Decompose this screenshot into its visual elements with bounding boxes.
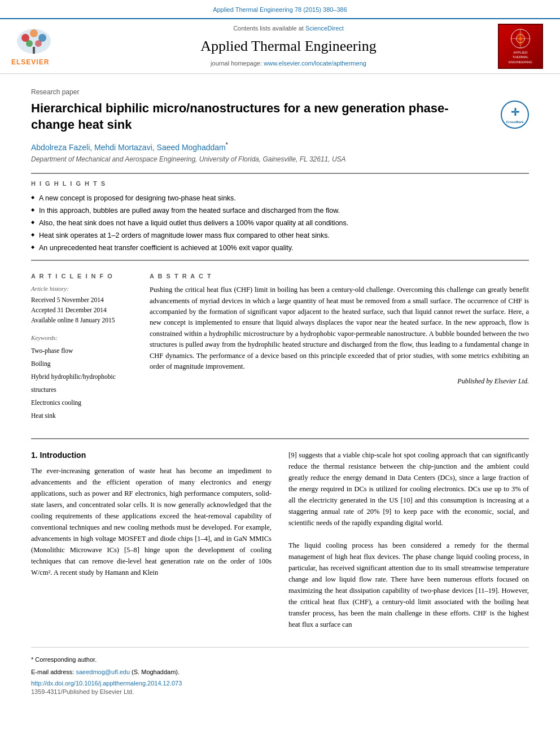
accepted-date: Accepted 31 December 2014 (31, 305, 138, 316)
badge-line1: APPLIED (509, 50, 532, 55)
keyword: Electronics cooling (31, 396, 138, 409)
article-info-label: A R T I C L E I N F O (31, 272, 138, 281)
section-divider-2 (31, 260, 529, 261)
journal-title: Applied Thermal Engineering (85, 36, 492, 57)
intro-text-right: [9] suggests that a viable chip-scale ho… (288, 449, 529, 630)
main-content: Research paper Hierarchical biphilic mic… (0, 74, 560, 708)
intro-heading: 1. Introduction (31, 449, 272, 461)
email-note: E-mail address: saeedmog@ufl.edu (S. Mog… (31, 668, 529, 677)
elsevier-tree-icon (11, 25, 56, 56)
highlight-item: In this approach, bubbles are pulled awa… (31, 204, 529, 217)
article-info-col: A R T I C L E I N F O Article history: R… (31, 267, 138, 427)
svg-point-6 (35, 40, 42, 47)
svg-point-5 (26, 40, 33, 47)
homepage-text: journal homepage: (211, 60, 262, 67)
article-abstract-section: A R T I C L E I N F O Article history: R… (31, 267, 529, 427)
authors: Abdolreza Fazeli, Mehdi Mortazavi, Saeed… (31, 141, 529, 153)
keyword: Two-phase flow (31, 344, 138, 357)
sciencedirect-link[interactable]: ScienceDirect (305, 25, 344, 32)
body-divider (31, 438, 529, 439)
intro-col-right: [9] suggests that a viable chip-scale ho… (288, 449, 529, 630)
homepage-link[interactable]: www.elsevier.com/locate/apthermeng (264, 60, 366, 67)
highlights-label: H I G H L I G H T S (31, 180, 529, 189)
keyword: Heat sink (31, 409, 138, 422)
highlights-list: A new concept is proposed for designing … (31, 192, 529, 255)
introduction-section: 1. Introduction The ever-increasing gene… (31, 449, 529, 630)
badge-line3: ENGINEERING (509, 60, 532, 64)
abstract-label: A B S T R A C T (150, 272, 529, 281)
article-history-title: Article history: (31, 285, 138, 294)
section-divider (31, 173, 529, 174)
paper-title: Hierarchical biphilic micro/nanostructur… (31, 101, 489, 133)
published-by: Published by Elsevier Ltd. (150, 377, 529, 386)
keyword: Boiling (31, 357, 138, 370)
journal-center: Contents lists available at ScienceDirec… (85, 24, 492, 68)
svg-rect-1 (33, 47, 35, 54)
journal-header: ELSEVIER Contents lists available at Sci… (0, 18, 560, 74)
keyword: Hybrid hydrophilic/hydrophobic structure… (31, 370, 138, 396)
elsevier-label: ELSEVIER (11, 58, 49, 67)
available-date: Available online 8 January 2015 (31, 316, 138, 326)
journal-ref: Applied Thermal Engineering 78 (2015) 38… (0, 0, 560, 18)
issn-text: 1359-4311/Published by Elsevier Ltd. (31, 688, 529, 697)
keywords-title: Keywords: (31, 334, 138, 343)
intro-text-left: The ever-increasing generation of waste … (31, 465, 272, 578)
footer-section: * Corresponding author. E-mail address: … (31, 647, 529, 697)
crossmark-badge: ✛ CrossMark (501, 101, 529, 129)
highlight-item: An unprecedented heat transfer coefficie… (31, 242, 529, 254)
contents-text: Contents lists available at (233, 25, 304, 32)
journal-badge: APPLIED THERMAL ENGINEERING (492, 24, 549, 69)
intro-col-left: 1. Introduction The ever-increasing gene… (31, 449, 272, 630)
highlight-item: Also, the heat sink does not have a liqu… (31, 217, 529, 229)
affiliation: Department of Mechanical and Aerospace E… (31, 155, 529, 164)
paper-type-label: Research paper (31, 88, 529, 97)
received-date: Received 5 November 2014 (31, 295, 138, 305)
abstract-text: Pushing the critical heat flux (CHF) lim… (150, 285, 529, 372)
abstract-col: A B S T R A C T Pushing the critical hea… (150, 267, 529, 427)
badge-line2: THERMAL (509, 55, 532, 59)
svg-point-3 (30, 29, 38, 37)
badge-icon (509, 28, 532, 49)
elsevier-logo: ELSEVIER (11, 25, 85, 67)
doi-link[interactable]: http://dx.doi.org/10.1016/j.applthermale… (31, 679, 529, 688)
corresponding-author-note: * Corresponding author. (31, 656, 529, 665)
highlight-item: A new concept is proposed for designing … (31, 192, 529, 204)
email-link[interactable]: saeedmog@ufl.edu (76, 669, 130, 675)
email-attribution: (S. Moghaddam). (132, 669, 180, 675)
highlight-item: Heat sink operates at 1–2 orders of magn… (31, 229, 529, 242)
